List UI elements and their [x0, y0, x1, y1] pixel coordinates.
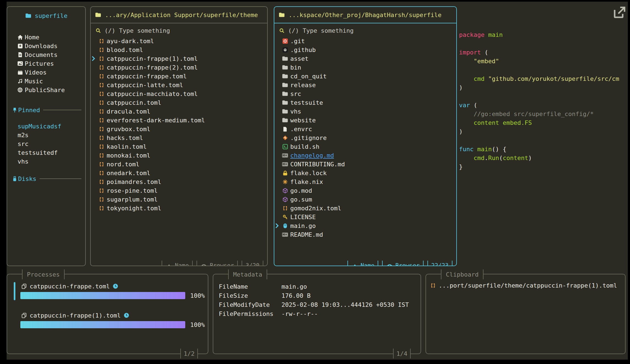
file-row-kaolin.toml[interactable]: kaolin.toml [91, 142, 267, 151]
file-row-catppuccin-macchiato.toml[interactable]: catppuccin-macchiato.toml [91, 89, 267, 98]
file-row-poimandres.toml[interactable]: poimandres.toml [91, 177, 267, 186]
metadata-label: FilePermissions [213, 310, 281, 317]
sidebar-item-home[interactable]: Home [11, 33, 81, 42]
panel-footer: Name Browser 3/20 [162, 261, 263, 266]
pinned-header-label: Pinned [18, 107, 40, 114]
file-row-catppuccin-frappe(2).toml[interactable]: catppuccin-frappe(2).toml [91, 63, 267, 72]
file-name: catppuccin-frappe(1).toml [107, 55, 198, 62]
file-row-go.mod[interactable]: go.mod [274, 186, 456, 195]
folder-icon [281, 74, 289, 79]
file-row-release[interactable]: release [274, 81, 456, 89]
file-row-rose-pine.toml[interactable]: rose-pine.toml [91, 186, 267, 195]
pinned-item-testsuitedf[interactable]: testsuitedf [11, 148, 81, 157]
sidebar-item-label: Documents [25, 51, 57, 58]
panel-path: ...ary/Application Support/superfile/the… [105, 12, 258, 18]
folder-icon [95, 12, 102, 17]
toml-icon [281, 206, 289, 211]
file-row-catppuccin-latte.toml[interactable]: catppuccin-latte.toml [91, 81, 267, 89]
sidebar-item-videos[interactable]: Videos [11, 68, 81, 77]
sidebar-item-downloads[interactable]: Downloads [11, 42, 81, 50]
pinned-item-m2s[interactable]: m2s [11, 131, 81, 139]
file-row-onedark.toml[interactable]: onedark.toml [91, 169, 267, 177]
sidebar-item-music[interactable]: Music [11, 77, 81, 86]
file-row-everforest-dark-medium.toml[interactable]: everforest-dark-medium.toml [91, 116, 267, 125]
copy-icon [20, 284, 27, 289]
pinned-item-src[interactable]: src [11, 139, 81, 148]
file-row-monokai.toml[interactable]: monokai.toml [91, 151, 267, 160]
code-line: } [459, 162, 628, 171]
file-row-.git[interactable]: .git [274, 37, 456, 45]
external-link-icon[interactable] [612, 5, 627, 20]
file-name: README.md [290, 231, 323, 238]
code-line [459, 39, 628, 48]
file-row-ayu-dark.toml[interactable]: ayu-dark.toml [91, 37, 267, 45]
disks-section-header: Disks [11, 174, 81, 183]
file-row-blood.toml[interactable]: blood.toml [91, 45, 267, 54]
file-row-catppuccin.toml[interactable]: catppuccin.toml [91, 98, 267, 107]
toml-icon [98, 118, 105, 123]
gopkg-icon [281, 188, 289, 193]
file-row-CONTRIBUTING.md[interactable]: CONTRIBUTING.md [274, 160, 456, 169]
code-line: cmd "github.com/yorukot/superfile/src/cm [459, 75, 628, 83]
video-icon [16, 70, 24, 75]
file-row-.github[interactable]: .github [274, 45, 456, 54]
sidebar-item-documents[interactable]: Documents [11, 50, 81, 59]
panel-path-bar: ...kspace/Other_proj/BhagatHarsh/superfi… [274, 7, 456, 23]
mode-indicator: Browser [197, 261, 238, 266]
metadata-value: 2025-02-08 19:03...444126 +0530 IST [281, 301, 409, 308]
file-row-catppuccin-frappe(1).toml[interactable]: catppuccin-frappe(1).toml [91, 54, 267, 63]
eye-icon [386, 264, 393, 266]
file-row-src[interactable]: src [274, 89, 456, 98]
search-input[interactable]: (/) Type something [274, 25, 456, 36]
file-row-hacks.toml[interactable]: hacks.toml [91, 133, 267, 142]
file-row-flake.lock[interactable]: flake.lock [274, 169, 456, 177]
folder-icon [281, 109, 289, 114]
sidebar-item-publicshare[interactable]: PublicShare [11, 86, 81, 94]
file-row-flake.nix[interactable]: flake.nix [274, 177, 456, 186]
file-name: catppuccin-frappe.toml [107, 73, 187, 80]
file-row-changelog.md[interactable]: changelog.md [274, 151, 456, 160]
file-row-bin[interactable]: bin [274, 63, 456, 72]
file-row-tokyonight.toml[interactable]: tokyonight.toml [91, 204, 267, 213]
sidebar-item-label: PublicShare [25, 87, 65, 93]
toml-icon [98, 38, 105, 44]
file-name: src [290, 90, 301, 97]
file-row-gruvbox.toml[interactable]: gruvbox.toml [91, 125, 267, 133]
toml-icon [98, 197, 105, 202]
pinned-item-supmusicadsf[interactable]: supMusicadsf [11, 122, 81, 131]
pin-icon [11, 107, 18, 113]
clock-icon [123, 313, 130, 318]
file-row-nord.toml[interactable]: nord.toml [91, 160, 267, 169]
file-row-.gitignore[interactable]: .gitignore [274, 133, 456, 142]
folder-icon [281, 65, 289, 70]
file-row-asset[interactable]: asset [274, 54, 456, 63]
file-row-website[interactable]: website [274, 116, 456, 125]
code-preview: package main import ( "embed" cmd "githu… [457, 4, 628, 266]
sidebar-item-label: Pictures [25, 60, 54, 67]
code-line: //go:embed src/superfile_config/* [459, 110, 628, 118]
file-row-build.sh[interactable]: build.sh [274, 142, 456, 151]
process-name: catppuccin-frappe.toml [30, 283, 110, 290]
file-name: monokai.toml [107, 152, 150, 159]
sort-asc-icon [165, 264, 173, 266]
file-row-gomod2nix.toml[interactable]: gomod2nix.toml [274, 204, 456, 213]
file-row-main.go[interactable]: main.go [274, 221, 456, 230]
file-row-README.md[interactable]: README.md [274, 230, 456, 239]
file-name: go.mod [290, 187, 312, 194]
file-row-cd_on_quit[interactable]: cd_on_quit [274, 72, 456, 81]
superfile-app: superfile HomeDownloadsDocumentsPictures… [7, 2, 628, 360]
file-row-catppuccin-frappe.toml[interactable]: catppuccin-frappe.toml [91, 72, 267, 81]
file-row-dracula.toml[interactable]: dracula.toml [91, 107, 267, 116]
file-row-sugarplum.toml[interactable]: sugarplum.toml [91, 195, 267, 204]
pinned-item-vhs[interactable]: vhs [11, 157, 81, 166]
toml-icon [98, 188, 105, 193]
file-row-vhs[interactable]: vhs [274, 107, 456, 116]
file-row-testsuite[interactable]: testsuite [274, 98, 456, 107]
sidebar-item-pictures[interactable]: Pictures [11, 59, 81, 68]
file-row-go.sum[interactable]: go.sum [274, 195, 456, 204]
file-row-.envrc[interactable]: .envrc [274, 125, 456, 133]
search-input[interactable]: (/) Type something [91, 25, 267, 36]
file-row-LICENSE[interactable]: LICENSE [274, 213, 456, 221]
code-line: import ( [459, 48, 628, 57]
toml-icon [98, 170, 105, 176]
